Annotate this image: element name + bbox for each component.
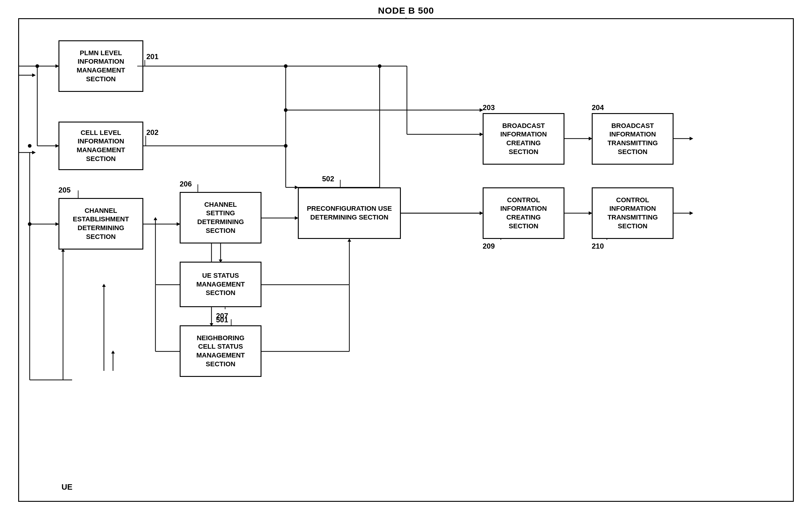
svg-point-18 bbox=[284, 64, 287, 68]
svg-marker-66 bbox=[690, 137, 693, 140]
control-create-box: CONTROL INFORMATION CREATING SECTION bbox=[483, 187, 564, 239]
control-tx-box: CONTROL INFORMATION TRANSMITTING SECTION bbox=[592, 187, 674, 239]
broadcast-tx-box: BROADCAST INFORMATION TRANSMITTING SECTI… bbox=[592, 113, 674, 165]
svg-marker-68 bbox=[690, 211, 693, 215]
svg-point-13 bbox=[28, 144, 31, 148]
ref-209: 209 bbox=[483, 242, 495, 251]
diagram-container: PLMN LEVEL INFORMATION MANAGEMENT SECTIO… bbox=[18, 18, 794, 502]
node-b-label: NODE B 500 bbox=[378, 5, 434, 16]
svg-point-27 bbox=[284, 108, 287, 112]
ref-201: 201 bbox=[146, 52, 159, 61]
ref-501: 501 bbox=[216, 316, 228, 324]
ref-210: 210 bbox=[592, 242, 604, 251]
svg-marker-40 bbox=[347, 239, 351, 242]
ref-202: 202 bbox=[146, 128, 159, 137]
channel-est-box: CHANNEL ESTABLISHMENT DETERMINING SECTIO… bbox=[58, 198, 143, 250]
cell-box: CELL LEVEL INFORMATION MANAGEMENT SECTIO… bbox=[58, 122, 143, 170]
neighboring-box: NEIGHBORING CELL STATUS MANAGEMENT SECTI… bbox=[180, 326, 261, 377]
preconfiguration-box: PRECONFIGURATION USE DETERMINING SECTION bbox=[298, 187, 401, 239]
ue-label: UE bbox=[61, 483, 73, 492]
ref-206: 206 bbox=[180, 180, 192, 188]
ref-502: 502 bbox=[322, 175, 334, 183]
svg-point-33 bbox=[378, 64, 382, 68]
svg-marker-58 bbox=[111, 350, 115, 354]
ref-204: 204 bbox=[592, 103, 604, 112]
broadcast-create-box: BROADCAST INFORMATION CREATING SECTION bbox=[483, 113, 564, 165]
svg-point-16 bbox=[28, 222, 31, 226]
svg-point-6 bbox=[35, 64, 39, 68]
svg-point-23 bbox=[284, 144, 287, 148]
channel-set-box: CHANNEL SETTING DETERMINING SECTION bbox=[180, 192, 261, 243]
svg-marker-11 bbox=[32, 151, 36, 154]
ref-203: 203 bbox=[483, 103, 495, 112]
page: NODE B 500 bbox=[0, 0, 812, 520]
svg-marker-5 bbox=[32, 73, 36, 77]
ref-205: 205 bbox=[58, 186, 71, 194]
svg-marker-49 bbox=[153, 217, 157, 220]
plmn-box: PLMN LEVEL INFORMATION MANAGEMENT SECTIO… bbox=[58, 40, 143, 92]
svg-marker-56 bbox=[102, 284, 106, 287]
ue-status-box: UE STATUS MANAGEMENT SECTION bbox=[180, 262, 261, 307]
